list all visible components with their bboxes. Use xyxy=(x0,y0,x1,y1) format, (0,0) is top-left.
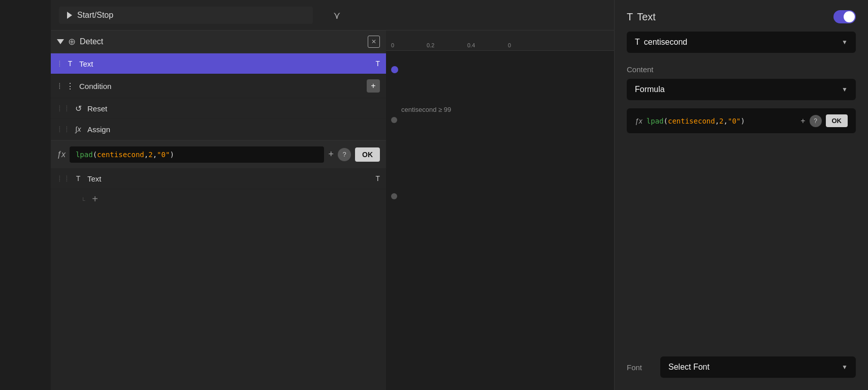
font-value: Select Font xyxy=(668,363,710,372)
source-dropdown[interactable]: T centisecond ▼ xyxy=(627,32,856,53)
detect-header[interactable]: ⊕ Detect ✕ xyxy=(51,31,386,53)
dashed-line-1: ┊ xyxy=(58,61,61,67)
source-dropdown-left: T centisecond xyxy=(635,38,687,47)
main-content: ⊕ Detect ✕ ┊ T Text T ┊ ⋮ Condition + xyxy=(51,31,614,390)
font-dropdown[interactable]: Select Font ▼ xyxy=(660,356,856,378)
scroll-down-icon[interactable]: ⋎ xyxy=(333,10,341,21)
formula-ok-button[interactable]: OK xyxy=(355,147,380,162)
reset-icon: ↺ xyxy=(73,103,83,113)
rp-func-arg: centisecond xyxy=(668,117,715,125)
ruler-tick-0: 0 xyxy=(391,42,394,48)
dashed-line-6: └ xyxy=(81,197,85,203)
rp-func-str: "0" xyxy=(728,117,741,125)
bottom-add-button[interactable]: └ + xyxy=(51,189,386,209)
text-node-2[interactable]: ┊ ┊ T Text T xyxy=(51,168,386,189)
add-button[interactable]: + xyxy=(367,79,380,93)
text-icon-1: T xyxy=(65,58,75,69)
assign-icon: ∫x xyxy=(73,124,83,134)
text-type-icon-1: T xyxy=(375,59,380,68)
formula-help-button[interactable]: ? xyxy=(338,148,351,161)
text-type-icon-2: T xyxy=(375,174,380,183)
formula-dropdown-value: Formula xyxy=(635,85,665,94)
ruler-tick-04: 0.4 xyxy=(467,42,475,48)
font-chevron: ▼ xyxy=(842,364,848,371)
text-node-selected[interactable]: ┊ T Text T xyxy=(51,53,386,74)
assign-node[interactable]: ┊ ┊ ∫x Assign xyxy=(51,119,386,140)
add-label: + xyxy=(92,193,98,204)
timeline-dot-2 xyxy=(391,117,397,123)
condition-label-text: Condition xyxy=(79,82,363,91)
node-list: ⊕ Detect ✕ ┊ T Text T ┊ ⋮ Condition + xyxy=(51,31,386,390)
text-label-1: Text xyxy=(79,59,371,68)
condition-node[interactable]: ┊ ⋮ Condition + xyxy=(51,74,386,98)
dashed-line-4: ┊ xyxy=(58,126,61,133)
right-panel: T Text T centisecond ▼ Content Formula ▼… xyxy=(614,0,868,390)
rp-func-num: 2 xyxy=(719,117,723,125)
rp-ok-button[interactable]: OK xyxy=(826,114,848,127)
rp-formula-icon: ƒx xyxy=(635,117,642,125)
dashed-line-3: ┊ xyxy=(58,105,61,112)
func-arg1: centisecond xyxy=(97,151,144,159)
rp-formula-plus[interactable]: + xyxy=(800,116,805,126)
rp-formula-bar[interactable]: ƒx lpad(centisecond,2,"0") + ? OK xyxy=(627,108,856,133)
formula-display[interactable]: lpad(centisecond,2,"0") xyxy=(70,146,325,163)
content-section-label: Content xyxy=(627,65,856,74)
dashed-line-5: ┊ xyxy=(58,175,61,182)
top-bar: Start/Stop ⋎ xyxy=(51,0,614,31)
func-name: lpad xyxy=(76,151,93,159)
toggle-knob xyxy=(844,11,855,22)
rp-title-text: Text xyxy=(637,11,656,23)
text-label-2: Text xyxy=(87,174,371,183)
font-row: Font Select Font ▼ xyxy=(627,356,856,378)
formula-bar: ƒx lpad(centisecond,2,"0") + ? OK xyxy=(51,140,386,168)
func-str: "0" xyxy=(157,151,170,159)
assign-section: ┊ ┊ ∫x Assign ƒx lpad(centisecond,2,"0")… xyxy=(51,119,386,168)
ruler-tick-02: 0.2 xyxy=(427,42,434,48)
rp-title: T Text xyxy=(627,11,656,23)
toggle-switch[interactable] xyxy=(833,10,856,23)
detect-expand-icon xyxy=(57,39,64,44)
rp-help-button[interactable]: ? xyxy=(810,115,822,127)
source-chevron: ▼ xyxy=(842,39,848,46)
source-value: centisecond xyxy=(644,38,687,47)
timeline-ruler: 0 0.2 0.4 0 xyxy=(386,31,614,51)
rp-header: T Text xyxy=(627,10,856,23)
formula-dropdown[interactable]: Formula ▼ xyxy=(627,79,856,100)
start-stop-label: Start/Stop xyxy=(77,11,113,20)
rp-title-icon: T xyxy=(627,11,633,23)
assign-label: Assign xyxy=(87,125,380,134)
ruler-tick-0b: 0 xyxy=(508,42,511,48)
left-sidebar xyxy=(0,0,51,390)
detect-crosshair-icon: ⊕ xyxy=(68,36,76,47)
timeline-dot-3 xyxy=(391,193,397,199)
detect-close-button[interactable]: ✕ xyxy=(368,36,380,48)
timeline-dot-1 xyxy=(391,66,398,73)
formula-icon: ƒx xyxy=(57,150,66,159)
dashed-line-4b: ┊ xyxy=(65,126,69,133)
text-icon-2: T xyxy=(73,173,83,184)
timeline-canvas: 0 0.2 0.4 0 centisecond ≥ 99 xyxy=(386,31,614,390)
dashed-line-2: ┊ xyxy=(58,83,61,89)
condition-display-text: centisecond ≥ 99 xyxy=(401,106,451,113)
source-icon: T xyxy=(635,38,640,47)
reset-label: Reset xyxy=(87,104,380,113)
dashed-line-5b: ┊ xyxy=(65,175,69,182)
formula-plus-button[interactable]: + xyxy=(328,149,334,160)
rp-func-name: lpad xyxy=(647,117,664,125)
formula-chevron: ▼ xyxy=(842,86,848,93)
detect-label: Detect xyxy=(80,37,364,46)
dashed-line-3b: ┊ xyxy=(65,105,69,112)
condition-icon: ⋮ xyxy=(65,81,75,91)
start-stop-arrow xyxy=(67,12,72,19)
func-num: 2 xyxy=(148,151,152,159)
rp-formula-display: lpad(centisecond,2,"0") xyxy=(647,117,796,125)
close-icon: ✕ xyxy=(371,38,376,45)
reset-node[interactable]: ┊ ┊ ↺ Reset xyxy=(51,98,386,119)
font-label: Font xyxy=(627,363,652,372)
font-section: Font Select Font ▼ xyxy=(627,352,856,378)
middle-panel: Start/Stop ⋎ ⊕ Detect ✕ ┊ T Text T xyxy=(51,0,614,390)
